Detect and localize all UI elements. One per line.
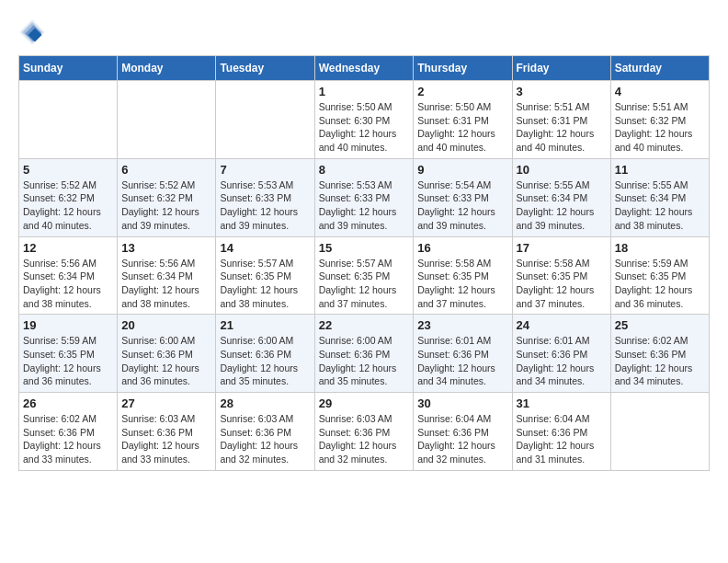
- calendar-week-row: 12Sunrise: 5:56 AM Sunset: 6:34 PM Dayli…: [19, 236, 710, 315]
- day-number: 10: [517, 163, 607, 177]
- day-info: Sunrise: 6:01 AM Sunset: 6:36 PM Dayligh…: [517, 334, 607, 388]
- calendar-cell: 30Sunrise: 6:04 AM Sunset: 6:36 PM Dayli…: [414, 393, 512, 471]
- calendar-cell: 24Sunrise: 6:01 AM Sunset: 6:36 PM Dayli…: [512, 315, 610, 393]
- day-info: Sunrise: 5:50 AM Sunset: 6:31 PM Dayligh…: [417, 100, 507, 155]
- day-number: 4: [615, 85, 705, 98]
- day-info: Sunrise: 5:55 AM Sunset: 6:34 PM Dayligh…: [517, 178, 607, 233]
- day-info: Sunrise: 6:03 AM Sunset: 6:36 PM Dayligh…: [121, 412, 211, 466]
- day-info: Sunrise: 5:57 AM Sunset: 6:35 PM Dayligh…: [319, 257, 410, 311]
- calendar-cell: 12Sunrise: 5:56 AM Sunset: 6:34 PM Dayli…: [19, 236, 118, 315]
- calendar-cell: 15Sunrise: 5:57 AM Sunset: 6:35 PM Dayli…: [314, 236, 414, 315]
- day-number: 24: [517, 318, 607, 332]
- calendar-week-row: 1Sunrise: 5:50 AM Sunset: 6:30 PM Daylig…: [19, 81, 710, 159]
- day-info: Sunrise: 5:59 AM Sunset: 6:35 PM Dayligh…: [615, 257, 705, 311]
- day-number: 25: [615, 318, 705, 332]
- day-info: Sunrise: 5:54 AM Sunset: 6:33 PM Dayligh…: [417, 178, 507, 233]
- logo-icon: [18, 18, 46, 46]
- day-number: 13: [121, 241, 211, 255]
- day-number: 9: [417, 163, 507, 177]
- calendar-cell: 6Sunrise: 5:52 AM Sunset: 6:32 PM Daylig…: [118, 158, 216, 236]
- day-info: Sunrise: 5:58 AM Sunset: 6:35 PM Dayligh…: [417, 257, 507, 311]
- day-header-thursday: Thursday: [414, 56, 512, 81]
- day-number: 21: [220, 318, 310, 332]
- calendar-cell: [19, 81, 118, 159]
- day-number: 23: [417, 318, 507, 332]
- day-info: Sunrise: 6:01 AM Sunset: 6:36 PM Dayligh…: [417, 334, 507, 388]
- calendar-cell: 27Sunrise: 6:03 AM Sunset: 6:36 PM Dayli…: [118, 393, 216, 471]
- day-number: 1: [319, 85, 410, 98]
- day-info: Sunrise: 5:58 AM Sunset: 6:35 PM Dayligh…: [517, 257, 607, 311]
- day-header-wednesday: Wednesday: [314, 56, 414, 81]
- calendar-cell: 10Sunrise: 5:55 AM Sunset: 6:34 PM Dayli…: [512, 158, 610, 236]
- day-number: 3: [517, 85, 607, 98]
- header: [18, 18, 710, 46]
- day-info: Sunrise: 5:50 AM Sunset: 6:30 PM Dayligh…: [319, 100, 410, 155]
- calendar-week-row: 26Sunrise: 6:02 AM Sunset: 6:36 PM Dayli…: [19, 393, 710, 471]
- day-header-monday: Monday: [118, 56, 216, 81]
- calendar-cell: 8Sunrise: 5:53 AM Sunset: 6:33 PM Daylig…: [314, 158, 414, 236]
- day-number: 5: [23, 163, 113, 177]
- day-number: 31: [517, 396, 607, 410]
- day-info: Sunrise: 5:53 AM Sunset: 6:33 PM Dayligh…: [319, 178, 410, 233]
- day-number: 22: [319, 318, 410, 332]
- day-number: 30: [417, 396, 507, 410]
- calendar-table: SundayMondayTuesdayWednesdayThursdayFrid…: [18, 55, 710, 471]
- day-number: 6: [121, 163, 211, 177]
- day-info: Sunrise: 5:56 AM Sunset: 6:34 PM Dayligh…: [121, 257, 211, 311]
- day-info: Sunrise: 5:59 AM Sunset: 6:35 PM Dayligh…: [23, 334, 113, 388]
- day-number: 28: [220, 396, 310, 410]
- day-info: Sunrise: 5:57 AM Sunset: 6:35 PM Dayligh…: [220, 257, 310, 311]
- day-header-saturday: Saturday: [610, 56, 709, 81]
- calendar-cell: 28Sunrise: 6:03 AM Sunset: 6:36 PM Dayli…: [216, 393, 314, 471]
- day-number: 27: [121, 396, 211, 410]
- calendar-cell: 21Sunrise: 6:00 AM Sunset: 6:36 PM Dayli…: [216, 315, 314, 393]
- day-info: Sunrise: 5:51 AM Sunset: 6:32 PM Dayligh…: [615, 100, 705, 155]
- day-number: 20: [121, 318, 211, 332]
- day-number: 7: [220, 163, 310, 177]
- calendar-cell: 14Sunrise: 5:57 AM Sunset: 6:35 PM Dayli…: [216, 236, 314, 315]
- day-header-tuesday: Tuesday: [216, 56, 314, 81]
- calendar-cell: 11Sunrise: 5:55 AM Sunset: 6:34 PM Dayli…: [610, 158, 709, 236]
- day-number: 29: [319, 396, 410, 410]
- day-number: 17: [517, 241, 607, 255]
- day-info: Sunrise: 5:52 AM Sunset: 6:32 PM Dayligh…: [23, 178, 113, 233]
- calendar-cell: 20Sunrise: 6:00 AM Sunset: 6:36 PM Dayli…: [118, 315, 216, 393]
- day-info: Sunrise: 5:52 AM Sunset: 6:32 PM Dayligh…: [121, 178, 211, 233]
- calendar-cell: 18Sunrise: 5:59 AM Sunset: 6:35 PM Dayli…: [610, 236, 709, 315]
- day-info: Sunrise: 6:03 AM Sunset: 6:36 PM Dayligh…: [220, 412, 310, 466]
- calendar-cell: 29Sunrise: 6:03 AM Sunset: 6:36 PM Dayli…: [314, 393, 414, 471]
- day-header-friday: Friday: [512, 56, 610, 81]
- day-info: Sunrise: 5:51 AM Sunset: 6:31 PM Dayligh…: [517, 100, 607, 155]
- day-info: Sunrise: 6:00 AM Sunset: 6:36 PM Dayligh…: [121, 334, 211, 388]
- day-info: Sunrise: 6:04 AM Sunset: 6:36 PM Dayligh…: [517, 412, 607, 466]
- day-info: Sunrise: 6:02 AM Sunset: 6:36 PM Dayligh…: [23, 412, 113, 466]
- day-number: 12: [23, 241, 113, 255]
- calendar-cell: 26Sunrise: 6:02 AM Sunset: 6:36 PM Dayli…: [19, 393, 118, 471]
- calendar-cell: 25Sunrise: 6:02 AM Sunset: 6:36 PM Dayli…: [610, 315, 709, 393]
- calendar-header-row: SundayMondayTuesdayWednesdayThursdayFrid…: [19, 56, 710, 81]
- calendar-cell: 22Sunrise: 6:00 AM Sunset: 6:36 PM Dayli…: [314, 315, 414, 393]
- day-info: Sunrise: 5:53 AM Sunset: 6:33 PM Dayligh…: [220, 178, 310, 233]
- day-number: 2: [417, 85, 507, 98]
- logo: [18, 18, 48, 46]
- day-number: 11: [615, 163, 705, 177]
- calendar-cell: 23Sunrise: 6:01 AM Sunset: 6:36 PM Dayli…: [414, 315, 512, 393]
- day-number: 8: [319, 163, 410, 177]
- day-info: Sunrise: 6:03 AM Sunset: 6:36 PM Dayligh…: [319, 412, 410, 466]
- day-header-sunday: Sunday: [19, 56, 118, 81]
- calendar-cell: 7Sunrise: 5:53 AM Sunset: 6:33 PM Daylig…: [216, 158, 314, 236]
- calendar-cell: 31Sunrise: 6:04 AM Sunset: 6:36 PM Dayli…: [512, 393, 610, 471]
- calendar-week-row: 19Sunrise: 5:59 AM Sunset: 6:35 PM Dayli…: [19, 315, 710, 393]
- day-number: 15: [319, 241, 410, 255]
- day-info: Sunrise: 6:00 AM Sunset: 6:36 PM Dayligh…: [220, 334, 310, 388]
- day-number: 16: [417, 241, 507, 255]
- day-info: Sunrise: 5:56 AM Sunset: 6:34 PM Dayligh…: [23, 257, 113, 311]
- calendar-cell: [216, 81, 314, 159]
- calendar-cell: 2Sunrise: 5:50 AM Sunset: 6:31 PM Daylig…: [414, 81, 512, 159]
- calendar-week-row: 5Sunrise: 5:52 AM Sunset: 6:32 PM Daylig…: [19, 158, 710, 236]
- calendar-cell: 17Sunrise: 5:58 AM Sunset: 6:35 PM Dayli…: [512, 236, 610, 315]
- calendar-cell: 19Sunrise: 5:59 AM Sunset: 6:35 PM Dayli…: [19, 315, 118, 393]
- calendar-cell: 5Sunrise: 5:52 AM Sunset: 6:32 PM Daylig…: [19, 158, 118, 236]
- day-number: 26: [23, 396, 113, 410]
- calendar-cell: 4Sunrise: 5:51 AM Sunset: 6:32 PM Daylig…: [610, 81, 709, 159]
